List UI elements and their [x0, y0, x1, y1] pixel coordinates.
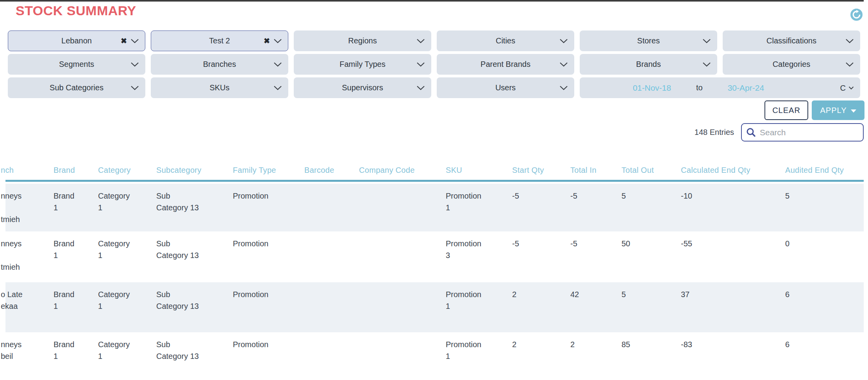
cell-text-line: 1: [54, 249, 93, 261]
filter-dropdown-categories[interactable]: Categories: [723, 54, 860, 75]
cell-start-qty: -5: [512, 190, 570, 231]
column-header-sku[interactable]: SKU: [446, 166, 512, 175]
filter-dropdown-test-2[interactable]: Test 2✖: [151, 30, 288, 51]
table-row: nneys tmiehBrand1Category1SubCategory 13…: [5, 231, 864, 282]
column-header-total-out[interactable]: Total Out: [622, 166, 681, 175]
filter-dropdown-users[interactable]: Users: [437, 77, 574, 98]
clear-selection-icon[interactable]: ✖: [121, 36, 127, 45]
filter-dropdown-family-types[interactable]: Family Types: [294, 54, 431, 75]
cell-text-line: 1: [98, 249, 152, 261]
column-header-subcategory[interactable]: Subcategory: [156, 166, 233, 175]
filter-dropdown-label: Segments: [59, 60, 94, 69]
filter-dropdown-skus[interactable]: SKUs: [151, 77, 288, 98]
clear-selection-icon[interactable]: ✖: [264, 36, 270, 45]
search-icon: [746, 127, 756, 137]
cell-calculated-end-qty: 37: [681, 289, 785, 332]
cell-text-line: Category 13: [156, 350, 228, 362]
filter-dropdown-stores[interactable]: Stores: [580, 30, 717, 51]
cell-branch: nneys tmieh: [1, 238, 54, 282]
filter-dropdown-classifications[interactable]: Classifications: [723, 30, 860, 51]
cell-text-line: 1: [446, 300, 507, 312]
filter-dropdown-label: Users: [495, 83, 516, 92]
filter-dropdown-parent-brands[interactable]: Parent Brands: [437, 54, 574, 75]
cell-text-line: ekaa: [1, 300, 49, 312]
chevron-down-icon: [702, 38, 711, 43]
cell-text-line: o Late: [1, 289, 49, 300]
cell-text-line: [1, 202, 49, 213]
filter-dropdown-label: Brands: [636, 60, 661, 69]
filter-dropdown-cities[interactable]: Cities: [437, 30, 574, 51]
cell-text-line: Promotion: [233, 339, 300, 350]
date-mode-value: C: [840, 83, 846, 92]
cell-text-line: 0: [785, 238, 859, 249]
apply-button[interactable]: APPLY: [812, 100, 864, 120]
cell-subcategory: SubCategory 13: [156, 339, 233, 380]
cell-text-line: Promotion: [233, 289, 300, 300]
filter-dropdown-segments[interactable]: Segments: [8, 54, 145, 75]
cell-start-qty: 2: [512, 289, 570, 332]
cell-text-line: beil: [1, 350, 49, 362]
column-header-calculated-end-qty[interactable]: Calculated End Qty: [681, 166, 785, 175]
column-header-audited-end-qty[interactable]: Audited End Qty: [785, 166, 864, 175]
clear-button[interactable]: CLEAR: [764, 100, 808, 120]
filter-dropdown-lebanon[interactable]: Lebanon✖: [8, 30, 145, 51]
chevron-down-icon: [848, 86, 854, 90]
cell-barcode: [304, 289, 359, 332]
filter-dropdown-branches[interactable]: Branches: [151, 54, 288, 75]
column-header-branch[interactable]: nch: [1, 166, 54, 175]
cell-text-line: -5: [570, 190, 617, 202]
chevron-down-icon: [273, 38, 282, 43]
stock-summary-table: nchBrandCategorySubcategoryFamily TypeBa…: [5, 160, 864, 380]
column-header-company-code[interactable]: Company Code: [359, 166, 446, 175]
cell-text-line: 1: [98, 300, 152, 312]
cell-calculated-end-qty: -10: [681, 190, 785, 231]
cell-text-line: 1: [446, 350, 507, 362]
column-header-family-type[interactable]: Family Type: [233, 166, 304, 175]
refresh-icon[interactable]: [850, 9, 863, 21]
column-header-category[interactable]: Category: [98, 166, 156, 175]
cell-text-line: Promotion: [233, 190, 300, 202]
date-mode-dropdown[interactable]: C: [840, 83, 854, 92]
cell-category: Category1: [98, 190, 156, 231]
cell-branch: o Lateekaa: [1, 289, 54, 332]
cell-text-line: 2: [570, 339, 617, 350]
chevron-down-icon: [845, 38, 854, 43]
search-input[interactable]: [741, 123, 864, 142]
cell-total-out: 5: [622, 190, 681, 231]
column-header-start-qty[interactable]: Start Qty: [512, 166, 570, 175]
date-range-connector: to: [696, 83, 703, 92]
search-box: [741, 123, 864, 142]
caret-down-icon: [851, 109, 856, 113]
cell-category: Category1: [98, 238, 156, 282]
chevron-down-icon: [416, 85, 425, 90]
filter-dropdown-supervisors[interactable]: Supervisors: [294, 77, 431, 98]
filter-dropdown-sub-categories[interactable]: Sub Categories: [8, 77, 145, 98]
filter-dropdown-label: Stores: [637, 36, 660, 45]
cell-brand: Brand1: [54, 190, 98, 231]
filter-dropdown-regions[interactable]: Regions: [294, 30, 431, 51]
cell-text-line: -83: [681, 339, 780, 350]
chevron-down-icon: [130, 38, 139, 43]
column-header-barcode[interactable]: Barcode: [304, 166, 359, 175]
cell-subcategory: SubCategory 13: [156, 289, 233, 332]
column-header-total-in[interactable]: Total In: [570, 166, 622, 175]
cell-total-out: 85: [622, 339, 681, 380]
cell-text-line: 85: [622, 339, 676, 350]
cell-family-type: Promotion: [233, 289, 304, 332]
cell-company-code: [359, 339, 446, 380]
cell-text-line: Brand: [54, 190, 93, 202]
chevron-down-icon: [559, 38, 568, 43]
cell-total-out: 5: [622, 289, 681, 332]
cell-text-line: Brand: [54, 289, 93, 300]
column-header-brand[interactable]: Brand: [54, 166, 98, 175]
cell-calculated-end-qty: -83: [681, 339, 785, 380]
cell-family-type: Promotion: [233, 339, 304, 380]
filter-dropdown-brands[interactable]: Brands: [580, 54, 717, 75]
cell-barcode: [304, 190, 359, 231]
date-range-picker[interactable]: 01-Nov-18 to 30-Apr-24 C: [580, 77, 860, 98]
filter-dropdown-label: SKUs: [209, 83, 229, 92]
cell-barcode: [304, 339, 359, 380]
date-from[interactable]: 01-Nov-18: [633, 83, 671, 93]
cell-text-line: 1: [446, 202, 507, 213]
date-to[interactable]: 30-Apr-24: [728, 83, 764, 93]
